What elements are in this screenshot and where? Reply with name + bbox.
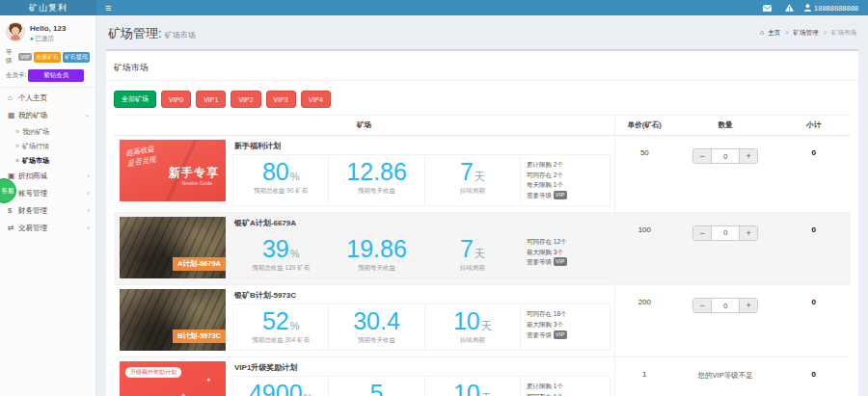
stat-total-return: 4900% 预期总收益 50 矿石 (233, 377, 329, 396)
stat-duration: 10天 持续周期 (425, 304, 521, 350)
user-panel: Hello, 123 ● 已激活 (0, 15, 95, 47)
stat-daily-return: 19.86 预期每天收益 (329, 232, 424, 277)
purchase-notes: 累计限购 1个 可同存在 1个 每天限购 1个 需要等级 VIP1 (521, 377, 610, 396)
recharge-ore-button[interactable]: 充值矿石 (34, 52, 61, 63)
angle-double-right-icon: » (15, 157, 19, 164)
subtotal-value: 0 (777, 136, 851, 213)
level-required-badge: VIP (554, 191, 567, 199)
user-greeting: Hello, 123 (30, 22, 66, 33)
sidebar-item-trade[interactable]: ⇄ 交易管理 ‹ (0, 220, 95, 237)
unit-price: 200 (615, 285, 674, 357)
chevron-left-icon: ‹ (87, 220, 90, 237)
minus-button[interactable]: − (693, 149, 711, 163)
breadcrumb-home[interactable]: 主页 (768, 29, 780, 36)
minus-button[interactable]: − (693, 226, 711, 240)
mine-image-pill-label: 升级额外奖励计划 (125, 367, 181, 378)
stat-daily-return: 12.86 预期每天收益 (329, 155, 424, 205)
plus-button[interactable]: + (740, 226, 757, 240)
stat-total-return: 39% 预期总收益 139 矿石 (233, 232, 329, 277)
unit-price: 100 (615, 212, 674, 284)
unit-price: 1 (615, 357, 674, 396)
purchase-notes: 累计限购 2个 可同存在 2个 每天限购 1个 需要等级 VIP (521, 155, 610, 205)
top-navbar: 矿山复利 ≡ 18888888888 (0, 0, 868, 15)
table-row: 升级额外奖励计划 VIP1升级奖励计划 4900% 预期总收益 50 矿石 (114, 357, 851, 396)
stat-duration: 7天 持续周期 (425, 232, 521, 277)
column-header-price: 单价(矿石) (615, 116, 674, 136)
user-menu[interactable]: 18888888888 (804, 4, 858, 13)
plus-button[interactable]: + (740, 149, 757, 163)
grid-icon: ▦ (8, 107, 18, 124)
app-logo[interactable]: 矿山复利 (0, 0, 96, 15)
breadcrumb: ⌂ 主页 > 矿场管理 > 矿场市场 (760, 29, 856, 38)
user-icon (804, 4, 811, 12)
quantity-stepper: − + (692, 148, 758, 164)
online-dot-icon: ● (30, 36, 34, 41)
stat-duration: 10天 持续周期 (425, 377, 521, 396)
column-header-qty: 数量 (674, 116, 777, 136)
angle-double-right-icon: » (15, 128, 19, 135)
table-row: B计划-5973C 银矿B计划-5973C 52% 预期总收益 304 矿石 (114, 285, 851, 357)
filter-all-button[interactable]: 全部矿场 (114, 91, 156, 108)
plus-button[interactable]: + (740, 299, 757, 312)
mine-image-vip-reward: 升级额外奖励计划 (120, 361, 226, 396)
exchange-icon: ⇄ (8, 220, 18, 237)
dollar-icon: $ (8, 202, 18, 220)
stat-duration: 7天 持续周期 (425, 155, 521, 205)
filter-vip3-button[interactable]: VIP3 (266, 91, 296, 108)
sidebar-item-discount-mall[interactable]: ▣ 折扣商城 ‹ (0, 168, 95, 185)
stat-total-return: 52% 预期总收益 304 矿石 (233, 304, 329, 350)
sidebar-menu: ⌂ 个人主页 ▦ 我的矿场 ‹ »我的矿场 »矿场行情 »矿场市场 ▣ 折扣商城… (0, 90, 95, 237)
level-badge: VIP (18, 53, 32, 61)
alert-icon[interactable] (785, 4, 794, 12)
member-card-label: 会员卡: (6, 71, 26, 80)
withdraw-ore-button[interactable]: 矿石提现 (63, 52, 90, 63)
level-required-badge: VIP (554, 330, 567, 339)
sidebar-item-my-mines[interactable]: ▦ 我的矿场 ‹ (0, 107, 95, 124)
column-header-subtotal: 小计 (777, 116, 851, 136)
sidebar-subitem-my-mines[interactable]: »我的矿场 (0, 124, 95, 139)
breadcrumb-section[interactable]: 矿场管理 (794, 29, 819, 36)
stat-total-return: 80% 预期总收益 90 矿石 (233, 155, 329, 205)
filter-vip1-button[interactable]: VIP1 (196, 91, 226, 108)
page-subtitle: 矿场市场 (165, 31, 196, 40)
minus-button[interactable]: − (693, 299, 711, 312)
vip-level-insufficient-text: 您的VIP等级不足 (674, 367, 777, 381)
level-required-badge: VIP (554, 257, 567, 266)
chevron-down-icon: ‹ (80, 115, 97, 118)
purchase-notes: 可同存在 18个 最大限购 3个 需要等级 VIP (521, 304, 610, 350)
mail-icon[interactable] (763, 5, 772, 12)
sidebar-item-finance[interactable]: $ 财务管理 ‹ (0, 202, 95, 220)
mine-image-label: A计划-6679A (173, 257, 226, 271)
mine-image-label: B计划-5973C (173, 330, 226, 343)
chevron-left-icon: ‹ (87, 168, 90, 185)
subtotal-value: 0 (777, 357, 851, 396)
stat-daily-return: 5 预期每天收益 (329, 377, 424, 396)
quantity-input[interactable] (711, 299, 740, 312)
market-table: 矿场 单价(矿石) 数量 小计 超高收益是否兑现 新手专享 (114, 115, 851, 396)
user-status: ● 已激活 (30, 35, 66, 43)
quantity-input[interactable] (711, 226, 740, 240)
breadcrumb-current: 矿场市场 (831, 29, 856, 36)
table-row: A计划-6679A 银矿A计划-6679A 39% 预期总收益 139 矿石 (114, 212, 851, 284)
quantity-stepper: − + (692, 225, 758, 241)
filter-vip4-button[interactable]: VIP4 (301, 91, 331, 108)
market-panel: 矿场市场 全部矿场 VIP0 VIP1 VIP2 VIP3 VIP4 矿场 单价… (106, 49, 858, 396)
sidebar-subitem-mine-quotes[interactable]: »矿场行情 (0, 139, 95, 153)
chevron-left-icon: ‹ (87, 185, 90, 202)
avatar[interactable] (6, 22, 25, 41)
user-phone: 18888888888 (814, 4, 858, 13)
sidebar-toggle-icon[interactable]: ≡ (96, 0, 120, 15)
filter-vip0-button[interactable]: VIP0 (161, 91, 191, 108)
filter-vip2-button[interactable]: VIP2 (231, 91, 260, 108)
subtotal-value: 0 (777, 212, 851, 284)
sidebar-item-profile[interactable]: ⌂ 个人主页 (0, 90, 95, 107)
member-card-button[interactable]: 紫钻会员 (28, 69, 84, 82)
home-icon: ⌂ (760, 29, 764, 36)
mine-title: 新手福利计划 (232, 140, 610, 154)
quantity-input[interactable] (711, 149, 740, 163)
panel-title: 矿场市场 (114, 63, 149, 72)
quantity-stepper: − + (692, 298, 758, 313)
mine-title: 银矿A计划-6679A (232, 217, 610, 231)
sidebar-subitem-mine-market[interactable]: »矿场市场 (0, 153, 95, 168)
mine-image-newbie: 超高收益是否兑现 新手专享 Newbie Guide (120, 140, 226, 201)
